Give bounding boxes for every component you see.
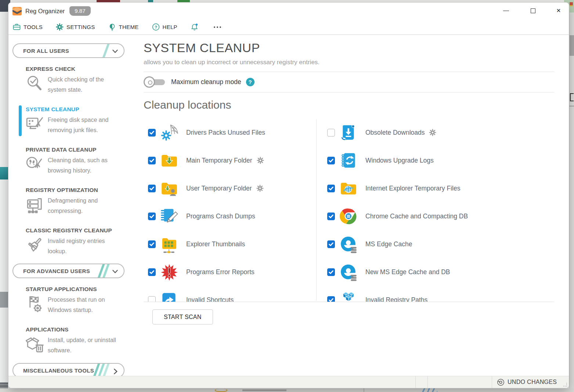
checkbox[interactable] <box>327 185 335 192</box>
pill-stripes <box>95 363 107 378</box>
desktop-fragment <box>570 93 574 101</box>
sidebar: FOR ALL USERS EXPRESS CHECK Quick checki… <box>8 35 141 378</box>
list-item-chrome-cache: Chrome Cache and Compacting DB <box>327 202 551 230</box>
max-cleanup-row: Maximum cleanup mode ? <box>144 72 554 92</box>
item-label[interactable]: Windows Upgrade Logs <box>365 157 434 164</box>
list-item-main-temp-folder: Main Temporary Folder <box>148 146 313 174</box>
item-label[interactable]: MS Edge Cache <box>365 240 412 248</box>
checkbox[interactable] <box>327 268 335 276</box>
checkbox[interactable] <box>148 213 156 220</box>
checkbox[interactable] <box>327 157 335 164</box>
undo-label: UNDO CHANGES <box>508 379 557 385</box>
cleanup-locations-list: Drivers Packs Unused Files Main Temporar… <box>144 119 554 302</box>
item-description: Freeing disk space and removing junk fil… <box>48 115 120 135</box>
folder-globe-icon <box>338 178 359 199</box>
sidebar-item-system-cleanup[interactable]: SYSTEM CLEANUP Freeing disk space and re… <box>26 106 125 135</box>
desktop-fragment <box>570 2 573 6</box>
item-label[interactable]: Main Temporary Folder <box>186 157 252 164</box>
item-label[interactable]: Chrome Cache and Compacting DB <box>365 213 468 220</box>
item-settings-gear-icon[interactable] <box>257 157 264 164</box>
item-settings-gear-icon[interactable] <box>429 129 436 136</box>
item-label[interactable]: Programs Error Reports <box>186 268 254 276</box>
checkbox[interactable] <box>148 185 156 192</box>
sidebar-item-startup-applications[interactable]: STARTUP APPLICATIONS Processes that run … <box>26 286 125 315</box>
item-label[interactable]: Internet Explorer Temporary Files <box>365 185 460 192</box>
item-label[interactable]: Explorer Thumbnails <box>186 240 245 248</box>
group-for-advanced-users[interactable]: FOR ADVANCED USERS <box>12 264 124 278</box>
item-label[interactable]: User Temporary Folder <box>186 185 252 192</box>
sidebar-item-registry-optimization[interactable]: REGISTRY OPTIMIZATION Defragmenting and … <box>26 187 125 216</box>
briefcase-icon <box>13 23 21 31</box>
item-title: REGISTRY OPTIMIZATION <box>26 187 125 194</box>
help-menu[interactable]: ? HELP <box>152 23 177 31</box>
list-item-obsolete-downloads: Obsolete Downloads <box>327 119 551 146</box>
maximize-button[interactable] <box>527 6 538 16</box>
start-scan-button[interactable]: START SCAN <box>152 309 213 324</box>
notifications-button[interactable] <box>191 23 198 31</box>
item-label[interactable]: Programs Crash Dumps <box>186 213 255 220</box>
item-description: Invalid registry entries lookup. <box>48 236 120 257</box>
max-cleanup-toggle[interactable] <box>144 76 166 88</box>
group-for-all-users[interactable]: FOR ALL USERS <box>12 43 124 58</box>
item-label[interactable]: New MS Edge Cache and DB <box>365 268 450 276</box>
item-label[interactable]: Invalid Shortcuts <box>186 296 234 302</box>
item-label[interactable]: Obsolete Downloads <box>365 129 425 137</box>
list-item-explorer-thumbnails: Explorer Thumbnails <box>148 230 313 258</box>
group-miscellaneous-tools[interactable]: MISCELLANEOUS TOOLS <box>12 363 124 378</box>
checkbox[interactable] <box>148 129 156 137</box>
checkbox[interactable] <box>327 240 335 248</box>
box-trash-icon <box>26 335 45 354</box>
checkbox[interactable] <box>327 129 335 137</box>
help-question-icon[interactable]: ? <box>246 78 254 86</box>
item-description: Cleaning data, such as browsing history. <box>48 155 120 176</box>
list-item-ms-edge-cache: MS Edge Cache <box>327 230 551 258</box>
brushes-icon <box>26 236 45 255</box>
ellipsis-icon <box>214 26 221 28</box>
theme-label: THEME <box>119 24 139 30</box>
max-cleanup-label: Maximum cleanup mode <box>171 78 241 86</box>
downloads-scroll-icon <box>338 122 359 143</box>
chrome-icon <box>338 206 359 226</box>
list-item-invalid-registry-paths: Invalid Registry Paths <box>327 286 551 302</box>
checkbox[interactable] <box>148 157 156 164</box>
list-item-user-temp-folder: User Temporary Folder <box>148 174 313 202</box>
item-description: Quick checking of the system state. <box>48 75 120 95</box>
edge-icon <box>338 262 359 282</box>
checkbox[interactable] <box>148 296 156 302</box>
tools-menu[interactable]: TOOLS <box>13 23 43 31</box>
more-menu[interactable] <box>212 26 221 28</box>
group-label: FOR ALL USERS <box>23 48 69 54</box>
resize-grip[interactable] <box>563 383 567 386</box>
settings-menu[interactable]: SETTINGS <box>56 23 95 31</box>
item-title: SYSTEM CLEANUP <box>26 106 125 113</box>
list-item-new-ms-edge-cache: New MS Edge Cache and DB <box>327 258 551 286</box>
checkbox[interactable] <box>327 213 335 220</box>
desktop-fragment <box>570 35 574 56</box>
item-settings-gear-icon[interactable] <box>256 185 264 192</box>
theme-menu[interactable]: THEME <box>108 23 139 31</box>
shortcut-arrow-icon <box>159 290 180 302</box>
item-label[interactable]: Drivers Packs Unused Files <box>186 129 265 137</box>
close-button[interactable]: ✕ <box>553 6 564 16</box>
statusbar-divider <box>415 376 416 388</box>
chevron-down-icon <box>112 269 118 274</box>
undo-changes-button[interactable]: UNDO CHANGES <box>497 376 557 388</box>
item-title: EXPRESS CHECK <box>26 66 125 73</box>
minimize-button[interactable] <box>501 6 512 16</box>
settings-label: SETTINGS <box>66 24 95 30</box>
sidebar-item-private-data-cleanup[interactable]: PRIVATE DATA CLEANUP Cleaning data, such… <box>26 146 125 176</box>
list-item-windows-upgrade-logs: Windows Upgrade Logs <box>327 146 551 174</box>
sidebar-item-applications[interactable]: APPLICATIONS Install, update, or uninsta… <box>26 326 125 356</box>
sidebar-item-classic-registry-cleanup[interactable]: CLASSIC REGISTRY CLEANUP Invalid registr… <box>26 227 125 257</box>
right-column: Obsolete Downloads <box>327 119 551 302</box>
upgrade-log-icon <box>338 150 359 171</box>
checkbox[interactable] <box>148 268 156 276</box>
magnifier-check-icon <box>26 75 45 94</box>
toolbar: TOOLS SETTINGS THEME ? HELP <box>8 19 569 35</box>
desktop-right-sliver <box>569 12 574 391</box>
item-label[interactable]: Invalid Registry Paths <box>365 296 427 302</box>
group-label: FOR ADVANCED USERS <box>23 268 90 274</box>
checkbox[interactable] <box>148 240 156 248</box>
checkbox[interactable] <box>327 296 335 302</box>
sidebar-item-express-check[interactable]: EXPRESS CHECK Quick checking of the syst… <box>26 66 125 95</box>
